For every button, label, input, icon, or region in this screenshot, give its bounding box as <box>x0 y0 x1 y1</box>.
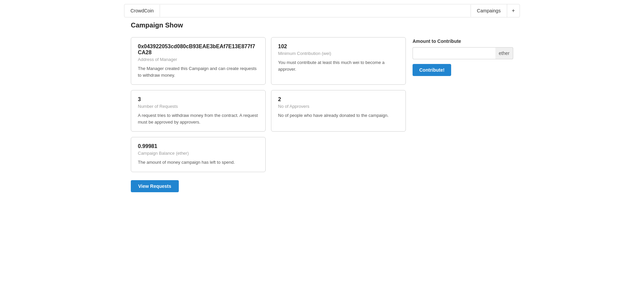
card-number-of-requests-value: 3 <box>138 96 259 102</box>
navbar-add-button[interactable]: + <box>507 4 520 17</box>
ether-label: ether <box>495 47 513 59</box>
cards-row-3: 0.99981 Campaign Balance (ether) The amo… <box>131 137 406 172</box>
card-number-of-requests-label: Number of Requests <box>138 104 259 109</box>
contribute-amount-input[interactable] <box>413 47 495 59</box>
card-number-of-requests: 3 Number of Requests A request tries to … <box>131 90 266 132</box>
card-campaign-balance: 0.99981 Campaign Balance (ether) The amo… <box>131 137 266 172</box>
card-manager-address-label: Address of Manager <box>138 57 259 62</box>
campaign-layout: 0x043922053cd080cB93EAE3bEAf7E13E877f7CA… <box>131 37 513 192</box>
card-minimum-contribution-label: Minimum Contribution (wei) <box>278 51 399 56</box>
contribute-button[interactable]: Contribute! <box>413 64 451 76</box>
card-no-of-approvers: 2 No of Approvers No of people who have … <box>271 90 406 132</box>
main-container: Campaign Show 0x043922053cd080cB93EAE3bE… <box>124 21 520 206</box>
card-no-of-approvers-description: No of people who have already donated to… <box>278 112 399 119</box>
card-campaign-balance-value: 0.99981 <box>138 143 259 149</box>
card-campaign-balance-label: Campaign Balance (ether) <box>138 151 259 156</box>
page-title: Campaign Show <box>131 21 513 29</box>
card-manager-address-description: The Manager created this Campaign and ca… <box>138 65 259 78</box>
card-no-of-approvers-label: No of Approvers <box>278 104 399 109</box>
card-minimum-contribution-value: 102 <box>278 44 399 50</box>
contribute-label: Amount to Contribute <box>413 39 513 44</box>
campaign-sidebar: Amount to Contribute ether Contribute! <box>413 37 513 192</box>
navbar: CrowdCoin Campaings + <box>124 4 520 17</box>
cards-row-2: 3 Number of Requests A request tries to … <box>131 90 406 132</box>
view-requests-button[interactable]: View Requests <box>131 180 179 192</box>
card-campaign-balance-description: The amount of money campaign has left to… <box>138 159 259 166</box>
contribute-input-row: ether <box>413 47 513 59</box>
campaign-cards: 0x043922053cd080cB93EAE3bEAf7E13E877f7CA… <box>131 37 406 192</box>
navbar-campaigns-link[interactable]: Campaings <box>471 5 507 17</box>
card-number-of-requests-description: A request tries to withdraw money from t… <box>138 112 259 125</box>
card-manager-address: 0x043922053cd080cB93EAE3bEAf7E13E877f7CA… <box>131 37 266 85</box>
cards-row-1: 0x043922053cd080cB93EAE3bEAf7E13E877f7CA… <box>131 37 406 85</box>
navbar-brand[interactable]: CrowdCoin <box>124 5 160 17</box>
card-manager-address-value: 0x043922053cd080cB93EAE3bEAf7E13E877f7CA… <box>138 44 259 56</box>
card-no-of-approvers-value: 2 <box>278 96 399 102</box>
card-minimum-contribution: 102 Minimum Contribution (wei) You must … <box>271 37 406 85</box>
card-minimum-contribution-description: You must contribute at least this much w… <box>278 59 399 72</box>
